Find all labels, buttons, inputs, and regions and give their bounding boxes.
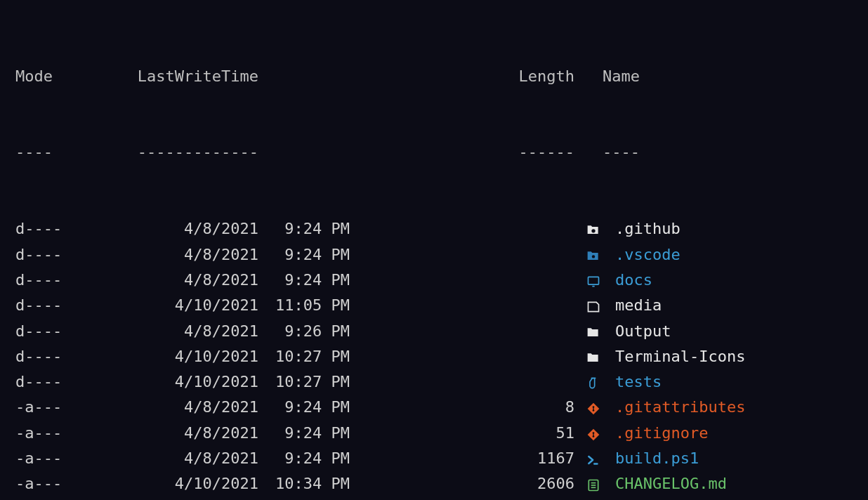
table-row: -a---4/8/2021 9:24 PM8.gitattributes <box>15 395 854 420</box>
cell-time: 9:26 PM <box>258 319 350 344</box>
cell-time: 9:24 PM <box>258 268 350 293</box>
cell-name: build.ps1 <box>603 446 699 471</box>
table-header-divider: --------------------------- <box>15 140 854 165</box>
table-row: d----4/8/2021 9:24 PM.github <box>15 216 854 242</box>
cell-time: 10:34 PM <box>258 471 350 496</box>
table-row: d----4/10/202110:27 PMtests <box>15 369 854 395</box>
cell-mode: d---- <box>15 268 62 293</box>
cell-name: .gitattributes <box>603 395 745 420</box>
cell-date: 4/8/2021 <box>62 395 258 420</box>
cell-date: 4/8/2021 <box>62 216 258 242</box>
cell-length: 3315 <box>350 497 574 500</box>
git-file-icon <box>584 428 603 442</box>
cell-mode: -a--- <box>15 395 62 420</box>
header-lastwritetime: LastWriteTime <box>62 64 258 89</box>
table-row: -a---4/10/202110:34 PM2606CHANGELOG.md <box>15 471 854 496</box>
cell-name: tests <box>603 369 662 395</box>
cell-length: 8 <box>350 395 574 420</box>
table-row: d----4/8/2021 9:24 PM.vscode <box>15 242 854 268</box>
table-row: d----4/8/2021 9:26 PMOutput <box>15 319 854 344</box>
cell-mode: -a--- <box>15 446 62 471</box>
table-row: -a---4/8/2021 9:24 PM51.gitignore <box>15 421 854 446</box>
cell-mode: -a--- <box>15 421 62 446</box>
table-row: d----4/10/202111:05 PMmedia <box>15 293 854 318</box>
vscode-folder-icon <box>584 249 603 263</box>
cell-name: CHANGELOG.md <box>603 471 727 496</box>
cell-name: media <box>603 293 662 318</box>
cell-date: 4/10/2021 <box>62 344 258 369</box>
table-row: -a---4/8/2021 9:24 PM1167build.ps1 <box>15 446 854 471</box>
cell-name: .vscode <box>603 242 680 268</box>
cell-mode: d---- <box>15 344 62 369</box>
tests-folder-icon <box>584 376 603 390</box>
cell-date: 4/8/2021 <box>62 446 258 471</box>
cell-time: 9:24 PM <box>258 497 350 500</box>
cell-name: Output <box>603 319 671 344</box>
cell-time: 10:27 PM <box>258 369 350 395</box>
cell-date: 4/10/2021 <box>62 471 258 496</box>
changelog-file-icon <box>584 478 603 492</box>
cell-time: 10:27 PM <box>258 344 350 369</box>
table-row: -a---4/8/2021 9:24 PM3315CODE_OF_CONDUCT… <box>15 497 854 500</box>
cell-date: 4/10/2021 <box>62 293 258 318</box>
cell-time: 9:24 PM <box>258 216 350 242</box>
cell-name: docs <box>603 268 652 293</box>
cell-mode: -a--- <box>15 497 62 500</box>
cell-mode: d---- <box>15 369 62 395</box>
folder-icon <box>584 351 603 365</box>
cell-time: 11:05 PM <box>258 293 350 318</box>
cell-name: .github <box>603 216 680 242</box>
media-folder-icon <box>584 300 603 314</box>
cell-date: 4/8/2021 <box>62 242 258 268</box>
table-row: d----4/8/2021 9:24 PMdocs <box>15 268 854 293</box>
header-mode: Mode <box>15 64 62 89</box>
cell-name: .gitignore <box>603 421 708 446</box>
cell-date: 4/8/2021 <box>62 421 258 446</box>
cell-time: 9:24 PM <box>258 446 350 471</box>
docs-folder-icon <box>584 275 603 289</box>
table-header-row: ModeLastWriteTimeLengthName <box>15 64 854 89</box>
cell-mode: d---- <box>15 242 62 268</box>
cell-date: 4/8/2021 <box>62 497 258 500</box>
terminal-output: ModeLastWriteTimeLengthName ------------… <box>0 0 868 500</box>
header-name: Name <box>603 64 640 89</box>
cell-mode: d---- <box>15 216 62 242</box>
header-length: Length <box>350 64 574 89</box>
ps1-file-icon <box>584 453 603 467</box>
cell-time: 9:24 PM <box>258 395 350 420</box>
table-row: d----4/10/202110:27 PMTerminal-Icons <box>15 344 854 369</box>
cell-name: CODE_OF_CONDUCT.md <box>603 497 782 500</box>
cell-length: 1167 <box>350 446 574 471</box>
cell-length: 51 <box>350 421 574 446</box>
cell-mode: d---- <box>15 319 62 344</box>
git-file-icon <box>584 402 603 416</box>
github-folder-icon <box>584 223 603 237</box>
folder-icon <box>584 326 603 340</box>
cell-mode: -a--- <box>15 471 62 496</box>
cell-date: 4/8/2021 <box>62 268 258 293</box>
cell-time: 9:24 PM <box>258 421 350 446</box>
cell-date: 4/8/2021 <box>62 319 258 344</box>
cell-name: Terminal-Icons <box>603 344 745 369</box>
cell-time: 9:24 PM <box>258 242 350 268</box>
cell-length: 2606 <box>350 471 574 496</box>
cell-mode: d---- <box>15 293 62 318</box>
cell-date: 4/10/2021 <box>62 369 258 395</box>
